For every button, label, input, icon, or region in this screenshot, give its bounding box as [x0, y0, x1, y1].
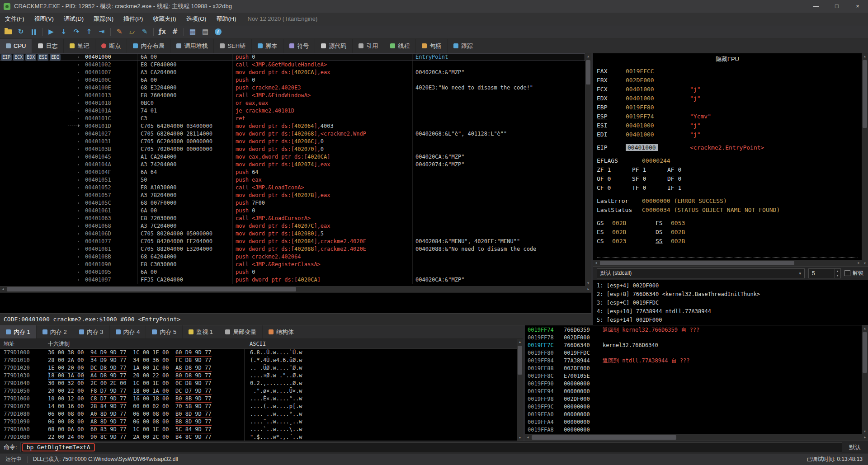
dump-byte-group[interactable]: B0 8B 9D 77	[175, 395, 212, 403]
disasm-hscrollbar[interactable]: ◂ ▸	[0, 286, 591, 292]
disasm-row-00401052[interactable]: 00401052E8 A1030000call <JMP.&LoadIconA>	[0, 184, 585, 192]
dump-byte-group[interactable]: 20 00 22 00	[133, 372, 169, 380]
breakpoint-gutter[interactable]	[74, 153, 83, 161]
disasm-row-00401007[interactable]: 00401007A3 CA204000mov dword ptr ds:[402…	[0, 69, 585, 76]
disasm-row-00401061[interactable]: 004010616A 00push 0	[0, 207, 585, 215]
tab-memory-1[interactable]: 内存 1	[0, 325, 37, 338]
register-ebp[interactable]: EBP0019FF80	[597, 103, 862, 112]
dump-vscroll-thumb[interactable]	[518, 346, 522, 375]
breakpoint-gutter[interactable]	[74, 61, 83, 69]
breakpoint-gutter[interactable]	[74, 192, 83, 199]
stack-row-0019FF98[interactable]: 0019FF98002DF000	[528, 395, 862, 403]
breakpoint-gutter[interactable]	[74, 146, 83, 153]
tab-source[interactable]: 源代码	[315, 39, 353, 53]
laststatus-row[interactable]: LastStatusC0000034 (STATUS_OBJECT_NAME_N…	[597, 206, 862, 215]
disasm-row-00401000[interactable]: EIPECXEDXESIEDI004010006A 00push 0EntryP…	[0, 53, 585, 61]
tab-trace[interactable]: 跟踪	[448, 39, 479, 53]
scroll-up-icon[interactable]: ▴	[585, 53, 591, 59]
disasm-row-00401068[interactable]: 00401068A3 7C204000mov dword ptr ds:[402…	[0, 222, 585, 230]
assemble-button[interactable]: ✎	[113, 26, 125, 38]
tab-locals[interactable]: 局部变量	[219, 325, 263, 338]
flags-row[interactable]: CF 0TF 0IF 1	[597, 183, 862, 193]
breakpoint-gutter[interactable]	[74, 76, 83, 84]
dump-byte-group[interactable]: 90 8C 9D 77	[90, 433, 127, 441]
scroll-right-icon[interactable]: ▸	[862, 434, 868, 441]
dump-byte-group[interactable]: 60 D9 9D 77	[175, 349, 212, 357]
arg-row-2[interactable]: 2: [esp+8] 766D6340 <kernel32.BaseThread…	[597, 290, 868, 299]
scroll-left-icon[interactable]: ◂	[0, 286, 6, 292]
breakpoint-gutter[interactable]	[74, 245, 83, 253]
disasm-row-00401027[interactable]: 00401027C705 68204000 28114000mov dword …	[0, 130, 585, 138]
stack-row-0019FF88[interactable]: 0019FF88002DF000	[528, 365, 862, 372]
disasm-hscroll-thumb[interactable]	[7, 287, 296, 291]
dump-byte-group[interactable]: 5C 84 9D 77	[175, 426, 212, 433]
dump-byte-group[interactable]: 34 D9 9D 77	[90, 357, 127, 364]
stack-row-0019FFA8[interactable]: 0019FFA800000000	[528, 426, 862, 434]
tab-memory-map[interactable]: 内存布局	[127, 39, 170, 53]
dump-byte-group[interactable]: 06 00 08 00	[48, 410, 84, 418]
disasm-row-0040103B[interactable]: 0040103BC705 70204000 00000000mov dword …	[0, 146, 585, 153]
stack-row-0019FF74[interactable]: 0019FF74766D6359返回到 kernel32.766D6359 自 …	[528, 326, 862, 334]
scroll-down-icon[interactable]: ▾	[862, 428, 868, 434]
calling-convention-select[interactable]: 默认 (stdcall) ▾	[597, 268, 805, 278]
disasm-row-00401013[interactable]: 00401013E8 76040000call <JMP.&FindWindow…	[0, 92, 585, 99]
dump-byte-group[interactable]: 06 00 08 00	[133, 410, 169, 418]
breakpoint-gutter[interactable]	[74, 99, 83, 107]
annotate-button[interactable]: ✎	[139, 26, 151, 38]
dump-row-779D10A0[interactable]: 779D10A008 00 0A 0060 83 9D 771C 00 1E 0…	[0, 426, 517, 433]
tab-log[interactable]: 日志	[32, 39, 64, 53]
pause-button[interactable]	[28, 26, 39, 38]
flag-sf[interactable]: SF 0	[632, 174, 667, 183]
dump-byte-group[interactable]: 18 00 1A 00	[133, 387, 169, 395]
arg-row-4[interactable]: 4: [esp+10] 77A38944 ntdll.77A38944	[597, 307, 868, 316]
arg-row-1[interactable]: 1: [esp+4] 002DF000	[597, 282, 868, 290]
stack-row-0019FF8C[interactable]: 0019FF8CE700105E	[528, 372, 862, 380]
disasm-row-0040106D[interactable]: 0040106DC705 80204000 05000000mov dword …	[0, 230, 585, 238]
disasm-row-0040100E[interactable]: 0040100E68 E3204000push crackme2.4020E34…	[0, 84, 585, 92]
disasm-row-0040104A[interactable]: 0040104AA3 74204000mov dword ptr ds:[402…	[0, 161, 585, 169]
scroll-up-icon[interactable]: ▴	[862, 53, 868, 59]
breakpoint-gutter[interactable]	[74, 130, 83, 138]
dump-byte-group[interactable]: DC D7 9D 77	[175, 387, 212, 395]
dump-row-779D1050[interactable]: 779D105020 00 22 00F8 D7 9D 7718 00 1A 0…	[0, 387, 517, 395]
scroll-right-icon[interactable]: ▸	[585, 286, 591, 292]
segment-row[interactable]: GS002BFS0053	[597, 219, 862, 228]
dump-byte-group[interactable]: 22 00 24 00	[48, 433, 84, 441]
command-syntax-selector[interactable]: 默认	[845, 443, 864, 451]
log-window-button[interactable]: ▤	[199, 26, 211, 38]
dump-row-779D1090[interactable]: 779D109006 00 08 00A8 8D 9D 7706 00 08 0…	[0, 418, 517, 426]
dump-byte-group[interactable]: 70 5B 9D 77	[175, 403, 212, 410]
dump-byte-group[interactable]: 00 00 02 00	[133, 403, 169, 410]
dump-byte-group[interactable]: B4 8C 9D 77	[175, 433, 212, 441]
restart-button[interactable]: ↻	[15, 26, 27, 38]
register-eax[interactable]: EAX0019FFCC	[597, 67, 862, 76]
dump-byte-group[interactable]: 06 00 08 00	[48, 418, 84, 426]
dump-byte-group[interactable]: C8 D7 9D 77	[90, 395, 127, 403]
tab-memory-3[interactable]: 内存 3	[73, 325, 110, 338]
scroll-down-icon[interactable]: ▾	[585, 280, 591, 286]
spinner-down-icon[interactable]: ▾	[835, 273, 840, 278]
dump-row-779D1000[interactable]: 779D100036 00 38 0094 D9 9D 771C 00 1E 0…	[0, 349, 517, 357]
dump-row-779D1040[interactable]: 779D104030 00 32 002C 00 2E 001C 00 1E 0…	[0, 380, 517, 387]
step-into-button[interactable]: ↓	[58, 26, 70, 38]
stack-row-0019FFA4[interactable]: 0019FFA400000000	[528, 418, 862, 426]
stack-hscrollbar[interactable]: ◂ ▸	[525, 434, 868, 441]
menu-view[interactable]: 视图(V)	[29, 13, 59, 25]
dump-byte-group[interactable]: A8 D8 9D 77	[175, 364, 212, 372]
disasm-row-00401031[interactable]: 00401031C705 6C204000 00000000mov dword …	[0, 138, 585, 146]
stack-row-0019FF94[interactable]: 0019FF9400000000	[528, 388, 862, 395]
disasm-row-0040105C[interactable]: 0040105C68 007F0000push 7F00	[0, 199, 585, 207]
scroll-up-icon[interactable]: ▴	[517, 339, 523, 345]
dump-byte-group[interactable]: 28 00 2A 00	[48, 357, 84, 364]
register-edi[interactable]: EDI00401000"j"	[597, 130, 862, 139]
tab-seh-chain[interactable]: SEH链	[214, 39, 252, 53]
register-ecx[interactable]: ECX00401000"j"	[597, 85, 862, 94]
flag-af[interactable]: AF 0	[667, 165, 703, 174]
dump-row-779D1030[interactable]: 779D103018 00 1A 00A4 D8 9D 7720 00 22 0…	[0, 372, 517, 380]
dump-byte-group[interactable]: 1E 00 20 00	[48, 364, 84, 372]
dump-row-779D1020[interactable]: 779D10201E 00 20 00DC D8 9D 771A 00 1C 0…	[0, 364, 517, 372]
menu-plugins[interactable]: 插件(P)	[118, 13, 148, 25]
disasm-row-0040101C[interactable]: 0040101CC3ret	[0, 115, 585, 122]
breakpoint-gutter[interactable]	[74, 268, 83, 276]
tab-memory-5[interactable]: 内存 5	[146, 325, 183, 338]
